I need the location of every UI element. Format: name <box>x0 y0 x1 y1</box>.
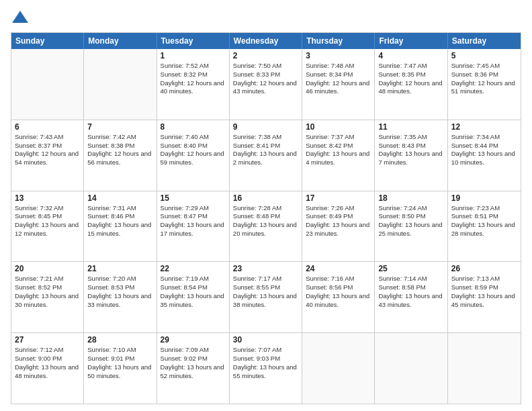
day-number: 16 <box>233 193 298 203</box>
day-info: Sunrise: 7:31 AMSunset: 8:46 PMDaylight:… <box>87 204 152 238</box>
day-info: Sunrise: 7:12 AMSunset: 9:00 PMDaylight:… <box>15 346 80 380</box>
day-number: 7 <box>87 122 152 132</box>
calendar-header-cell: Thursday <box>302 33 375 49</box>
day-number: 1 <box>161 51 226 60</box>
day-info: Sunrise: 7:09 AMSunset: 9:02 PMDaylight:… <box>161 346 226 380</box>
calendar-cell: 1Sunrise: 7:52 AMSunset: 8:32 PMDaylight… <box>157 49 230 120</box>
day-number: 22 <box>161 264 226 273</box>
day-info: Sunrise: 7:38 AMSunset: 8:41 PMDaylight:… <box>233 133 298 167</box>
calendar-cell <box>302 333 375 404</box>
day-info: Sunrise: 7:16 AMSunset: 8:56 PMDaylight:… <box>306 275 371 309</box>
day-number: 8 <box>161 122 226 132</box>
day-info: Sunrise: 7:21 AMSunset: 8:52 PMDaylight:… <box>15 275 80 309</box>
calendar-cell: 8Sunrise: 7:40 AMSunset: 8:40 PMDaylight… <box>157 120 230 191</box>
day-number: 23 <box>233 264 298 273</box>
calendar-cell: 26Sunrise: 7:13 AMSunset: 8:59 PMDayligh… <box>448 262 521 332</box>
calendar-cell: 7Sunrise: 7:42 AMSunset: 8:38 PMDaylight… <box>84 120 157 191</box>
calendar-cell: 4Sunrise: 7:47 AMSunset: 8:35 PMDaylight… <box>375 49 447 120</box>
calendar-cell: 29Sunrise: 7:09 AMSunset: 9:02 PMDayligh… <box>157 333 230 404</box>
day-info: Sunrise: 7:42 AMSunset: 8:38 PMDaylight:… <box>87 133 152 167</box>
calendar-cell: 10Sunrise: 7:37 AMSunset: 8:42 PMDayligh… <box>302 120 375 191</box>
day-number: 12 <box>451 122 517 132</box>
day-number: 18 <box>378 193 443 203</box>
day-number: 10 <box>306 122 371 132</box>
day-number: 29 <box>161 335 226 345</box>
calendar-cell: 23Sunrise: 7:17 AMSunset: 8:55 PMDayligh… <box>230 262 302 332</box>
day-number: 6 <box>15 122 80 132</box>
calendar-cell: 18Sunrise: 7:24 AMSunset: 8:50 PMDayligh… <box>375 191 447 262</box>
calendar-cell: 19Sunrise: 7:23 AMSunset: 8:51 PMDayligh… <box>448 191 521 262</box>
calendar-cell: 17Sunrise: 7:26 AMSunset: 8:49 PMDayligh… <box>302 191 375 262</box>
calendar-header-cell: Saturday <box>448 33 521 49</box>
calendar-cell: 15Sunrise: 7:29 AMSunset: 8:47 PMDayligh… <box>157 191 230 262</box>
calendar-cell: 22Sunrise: 7:19 AMSunset: 8:54 PMDayligh… <box>157 262 230 332</box>
calendar-cell: 21Sunrise: 7:20 AMSunset: 8:53 PMDayligh… <box>84 262 157 332</box>
day-info: Sunrise: 7:23 AMSunset: 8:51 PMDaylight:… <box>451 204 517 238</box>
day-info: Sunrise: 7:20 AMSunset: 8:53 PMDaylight:… <box>87 275 152 309</box>
calendar-cell: 24Sunrise: 7:16 AMSunset: 8:56 PMDayligh… <box>302 262 375 332</box>
day-number: 11 <box>378 122 443 132</box>
calendar: SundayMondayTuesdayWednesdayThursdayFrid… <box>11 32 521 404</box>
calendar-cell: 16Sunrise: 7:28 AMSunset: 8:48 PMDayligh… <box>230 191 302 262</box>
calendar-cell: 2Sunrise: 7:50 AMSunset: 8:33 PMDaylight… <box>230 49 302 120</box>
day-number: 13 <box>15 193 80 203</box>
calendar-week-row: 20Sunrise: 7:21 AMSunset: 8:52 PMDayligh… <box>11 262 521 333</box>
calendar-cell: 28Sunrise: 7:10 AMSunset: 9:01 PMDayligh… <box>84 333 157 404</box>
calendar-header-cell: Wednesday <box>230 33 302 49</box>
calendar-cell: 27Sunrise: 7:12 AMSunset: 9:00 PMDayligh… <box>11 333 84 404</box>
day-info: Sunrise: 7:29 AMSunset: 8:47 PMDaylight:… <box>161 204 226 238</box>
day-number: 21 <box>87 264 152 273</box>
day-info: Sunrise: 7:45 AMSunset: 8:36 PMDaylight:… <box>451 62 517 96</box>
calendar-cell: 5Sunrise: 7:45 AMSunset: 8:36 PMDaylight… <box>448 49 521 120</box>
day-number: 24 <box>306 264 371 273</box>
day-number: 20 <box>15 264 80 273</box>
calendar-header-cell: Tuesday <box>157 33 230 49</box>
calendar-body: 1Sunrise: 7:52 AMSunset: 8:32 PMDaylight… <box>11 49 521 404</box>
day-number: 25 <box>378 264 443 273</box>
day-number: 2 <box>233 51 298 60</box>
calendar-header-cell: Sunday <box>11 33 84 49</box>
day-number: 27 <box>15 335 80 345</box>
day-info: Sunrise: 7:24 AMSunset: 8:50 PMDaylight:… <box>378 204 443 238</box>
day-info: Sunrise: 7:32 AMSunset: 8:45 PMDaylight:… <box>15 204 80 238</box>
calendar-cell: 9Sunrise: 7:38 AMSunset: 8:41 PMDaylight… <box>230 120 302 191</box>
day-info: Sunrise: 7:28 AMSunset: 8:48 PMDaylight:… <box>233 204 298 238</box>
calendar-cell <box>84 49 157 120</box>
day-number: 15 <box>161 193 226 203</box>
day-number: 3 <box>306 51 371 60</box>
logo-icon <box>11 8 30 27</box>
day-number: 17 <box>306 193 371 203</box>
day-number: 5 <box>451 51 517 60</box>
calendar-cell <box>375 333 447 404</box>
day-info: Sunrise: 7:40 AMSunset: 8:40 PMDaylight:… <box>161 133 226 167</box>
calendar-header-cell: Friday <box>375 33 447 49</box>
header <box>11 8 521 27</box>
day-number: 26 <box>451 264 517 273</box>
calendar-cell: 30Sunrise: 7:07 AMSunset: 9:03 PMDayligh… <box>230 333 302 404</box>
calendar-cell: 25Sunrise: 7:14 AMSunset: 8:58 PMDayligh… <box>375 262 447 332</box>
day-info: Sunrise: 7:48 AMSunset: 8:34 PMDaylight:… <box>306 62 371 96</box>
calendar-week-row: 13Sunrise: 7:32 AMSunset: 8:45 PMDayligh… <box>11 191 521 263</box>
calendar-cell: 3Sunrise: 7:48 AMSunset: 8:34 PMDaylight… <box>302 49 375 120</box>
calendar-cell: 13Sunrise: 7:32 AMSunset: 8:45 PMDayligh… <box>11 191 84 262</box>
day-number: 19 <box>451 193 517 203</box>
calendar-cell <box>448 333 521 404</box>
calendar-cell: 11Sunrise: 7:35 AMSunset: 8:43 PMDayligh… <box>375 120 447 191</box>
calendar-week-row: 6Sunrise: 7:43 AMSunset: 8:37 PMDaylight… <box>11 120 521 191</box>
day-info: Sunrise: 7:26 AMSunset: 8:49 PMDaylight:… <box>306 204 371 238</box>
day-number: 30 <box>233 335 298 345</box>
calendar-cell: 14Sunrise: 7:31 AMSunset: 8:46 PMDayligh… <box>84 191 157 262</box>
day-number: 9 <box>233 122 298 132</box>
day-info: Sunrise: 7:47 AMSunset: 8:35 PMDaylight:… <box>378 62 443 96</box>
day-info: Sunrise: 7:17 AMSunset: 8:55 PMDaylight:… <box>233 275 298 309</box>
day-info: Sunrise: 7:35 AMSunset: 8:43 PMDaylight:… <box>378 133 443 167</box>
day-number: 28 <box>87 335 152 345</box>
calendar-week-row: 1Sunrise: 7:52 AMSunset: 8:32 PMDaylight… <box>11 49 521 120</box>
calendar-cell: 12Sunrise: 7:34 AMSunset: 8:44 PMDayligh… <box>448 120 521 191</box>
day-info: Sunrise: 7:37 AMSunset: 8:42 PMDaylight:… <box>306 133 371 167</box>
page: SundayMondayTuesdayWednesdayThursdayFrid… <box>0 0 532 411</box>
logo <box>11 8 32 27</box>
day-info: Sunrise: 7:52 AMSunset: 8:32 PMDaylight:… <box>161 62 226 96</box>
calendar-header-row: SundayMondayTuesdayWednesdayThursdayFrid… <box>11 33 521 49</box>
day-number: 14 <box>87 193 152 203</box>
